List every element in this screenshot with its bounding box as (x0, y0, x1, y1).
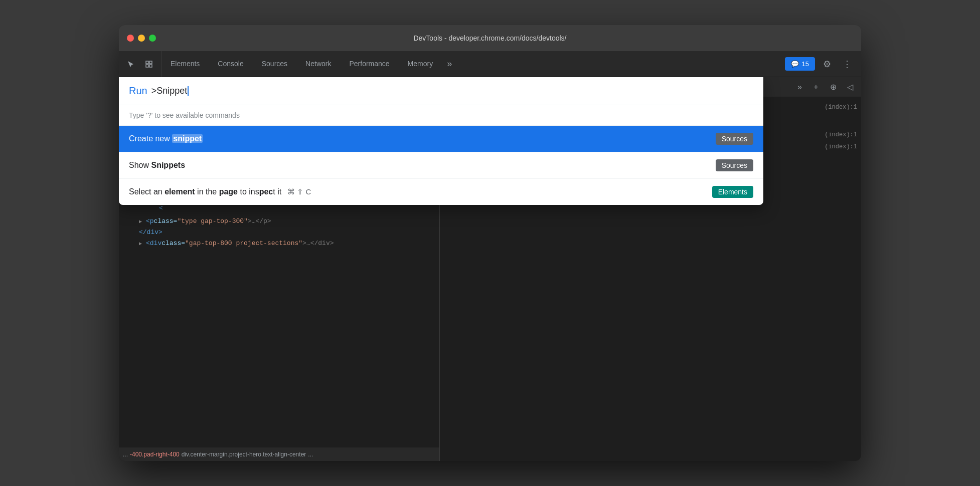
devtools-window: DevTools - developer.chrome.com/docs/dev… (119, 25, 861, 461)
shortcut-icon: ⌘ ⇧ C (287, 187, 311, 196)
breadcrumb-item[interactable]: -400.pad-right-400 (130, 451, 180, 458)
css-source[interactable]: (index):1 (825, 102, 857, 113)
close-button[interactable] (127, 35, 134, 42)
command-item-select-element[interactable]: Select an element in the page to inspect… (119, 179, 763, 205)
feedback-count: 15 (802, 60, 809, 68)
svg-rect-1 (149, 61, 152, 64)
expand-icon[interactable]: ▶ (139, 217, 146, 226)
list-item[interactable]: ▶ <p class= "type gap-top-300" >…</p> (119, 216, 439, 227)
list-item[interactable]: ▶ <div class= "gap-top-800 project-secti… (119, 238, 439, 249)
tab-network[interactable]: Network (296, 51, 340, 77)
title-bar: DevTools - developer.chrome.com/docs/dev… (119, 25, 861, 51)
command-cursor (188, 86, 189, 96)
toolbar: Elements Console Sources Network Perform… (119, 51, 861, 77)
svg-rect-3 (149, 65, 152, 67)
expand-icon[interactable]: ▶ (139, 239, 146, 248)
window-title: DevTools - developer.chrome.com/docs/dev… (413, 34, 566, 42)
toolbar-icons (119, 51, 161, 77)
command-badge-elements: Elements (712, 186, 753, 198)
command-input-row: Run >Snippet (119, 77, 763, 105)
command-badge-sources-2: Sources (716, 159, 753, 171)
command-item-create-snippet[interactable]: Create new snippet Sources (119, 126, 763, 152)
more-options-button[interactable]: ⋮ (839, 56, 855, 72)
command-run-label: Run (129, 85, 147, 97)
breadcrumb: ... -400.pad-right-400 div.center-margin… (119, 447, 439, 461)
feedback-icon: 💬 (791, 60, 799, 68)
command-hint: Type '?' to see available commands (119, 105, 763, 126)
svg-rect-2 (146, 65, 148, 67)
breadcrumb-item[interactable]: ... (123, 451, 128, 458)
command-item-label: Create new snippet (129, 134, 203, 143)
traffic-lights (127, 35, 156, 42)
tab-sources[interactable]: Sources (253, 51, 296, 77)
inspect-icon[interactable] (141, 56, 157, 72)
command-badge-sources-1: Sources (716, 133, 753, 145)
command-item-label: Select an element in the page to inspect… (129, 187, 311, 196)
svg-rect-0 (146, 61, 148, 64)
add-style-button[interactable]: + (809, 80, 823, 94)
main-content: score banner ▶ <div etwe p-300 ▼ <div (119, 77, 861, 461)
breadcrumb-item[interactable]: div.center-margin.project-hero.text-alig… (182, 451, 306, 458)
command-palette[interactable]: Run >Snippet Type '?' to see available c… (119, 77, 763, 205)
tab-console[interactable]: Console (209, 51, 252, 77)
minimize-button[interactable] (138, 35, 145, 42)
command-item-label: Show Snippets (129, 161, 185, 170)
css-source[interactable]: (index):1 (825, 142, 857, 153)
css-source[interactable]: (index):1 (825, 130, 857, 141)
toolbar-right: 💬 15 ⚙ ⋮ (779, 51, 861, 77)
more-icon: » (797, 83, 802, 92)
list-item: </div> (119, 227, 439, 238)
highlight-snippet: snippet (172, 134, 203, 143)
toggle-button[interactable]: ◁ (843, 80, 857, 94)
tab-memory[interactable]: Memory (399, 51, 442, 77)
tabs-overflow-button[interactable]: » (442, 51, 457, 77)
command-input-text: >Snippet (151, 86, 189, 96)
refresh-button[interactable]: ⊕ (826, 80, 840, 94)
tabs: Elements Console Sources Network Perform… (161, 51, 779, 77)
maximize-button[interactable] (149, 35, 156, 42)
tab-elements[interactable]: Elements (161, 51, 209, 77)
command-item-show-snippets[interactable]: Show Snippets Sources (119, 152, 763, 179)
settings-button[interactable]: ⚙ (819, 56, 835, 72)
breadcrumb-item[interactable]: ... (308, 451, 313, 458)
cursor-icon[interactable] (123, 56, 139, 72)
tab-performance[interactable]: Performance (340, 51, 398, 77)
feedback-button[interactable]: 💬 15 (785, 57, 815, 71)
